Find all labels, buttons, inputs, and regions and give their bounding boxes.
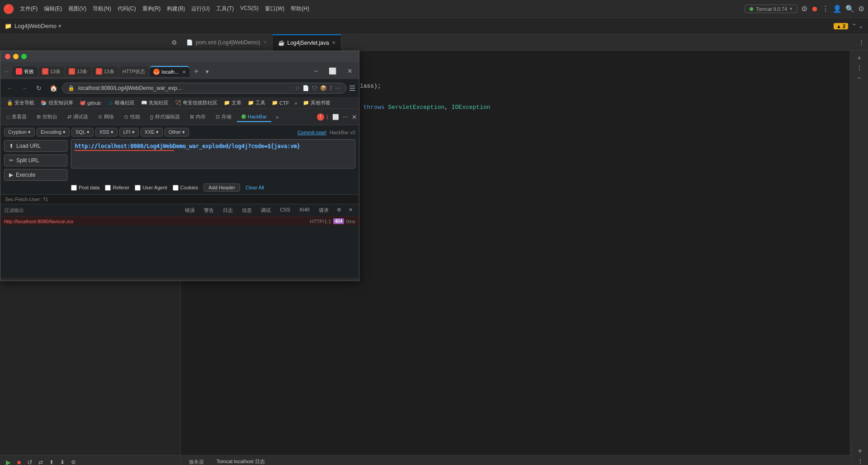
devtools-tab-debugger[interactable]: ⇄调试器 xyxy=(63,112,93,122)
sidebar-toggle-icon[interactable]: ☰ xyxy=(349,84,355,93)
browser-new-tab-btn[interactable]: + xyxy=(190,66,202,77)
devtools-more-btn[interactable]: » xyxy=(272,113,282,122)
browser-back-btn[interactable]: ← xyxy=(2,67,11,76)
nav-home-btn[interactable]: 🏠 xyxy=(47,82,59,94)
log-tab-tomcat[interactable]: Tomcat localhost 日志 xyxy=(212,457,269,465)
post-data-checkbox[interactable] xyxy=(71,185,77,191)
bookmark-articles[interactable]: 📁文章 xyxy=(221,99,244,107)
cookies-checkbox-label[interactable]: Cookies xyxy=(173,185,198,191)
console-tab-debug[interactable]: 调试 xyxy=(257,206,274,215)
browser-tab-13-1[interactable]: C 13条 xyxy=(38,66,64,77)
browser-tab-13-2[interactable]: C 13条 xyxy=(65,66,91,77)
bookmark-other[interactable]: 📁其他书签 xyxy=(300,99,333,107)
devtools-tab-console[interactable]: ⊞控制台 xyxy=(32,112,62,122)
bookmark-ctf[interactable]: 📁CTF xyxy=(269,99,292,106)
tab-pom-xml[interactable]: 📄 pom.xml (Log4jWebDemo) ✕ xyxy=(181,34,273,51)
encoding-dropdown[interactable]: Encoding ▾ xyxy=(37,128,70,136)
load-url-btn[interactable]: ⬆ Load URL xyxy=(4,140,67,152)
user-agent-checkbox[interactable] xyxy=(135,185,141,191)
bookmark-knowledge[interactable]: 📚信安知识库 xyxy=(38,99,76,107)
ide-more-icon[interactable]: ⋮ xyxy=(822,5,829,13)
console-tab-xhr[interactable]: XHR xyxy=(296,206,313,215)
devtools-tab-memory[interactable]: ⊞内存 xyxy=(185,112,210,122)
console-tab-errors[interactable]: 错误 xyxy=(181,206,198,215)
devtools-tab-inspector[interactable]: □查看器 xyxy=(2,112,31,122)
deploy-btn[interactable]: ⬆ xyxy=(47,458,56,465)
menu-refactor[interactable]: 重构(R) xyxy=(140,4,164,14)
ide-gear-icon[interactable]: ⚙ xyxy=(858,5,864,13)
browser-tab-youxiao[interactable]: 有效 xyxy=(12,66,38,77)
devtools-tab-storage[interactable]: ⊡存储 xyxy=(211,112,236,122)
log-more-btn[interactable]: ⋮ xyxy=(857,458,863,465)
browser-tab-more-btn[interactable]: ▾ xyxy=(203,66,212,77)
sync-btn[interactable]: ⇄ xyxy=(36,458,45,465)
settings-sidebar-icon[interactable]: ⚙ xyxy=(171,39,177,46)
ide-user-icon[interactable]: 👤 xyxy=(833,5,842,13)
post-data-checkbox-label[interactable]: Post data xyxy=(71,185,99,191)
menu-navigate[interactable]: 导航(N) xyxy=(90,4,114,14)
devtools-tab-hackbar[interactable]: HackBar xyxy=(237,112,271,122)
cookies-checkbox[interactable] xyxy=(173,185,179,191)
menu-window[interactable]: 窗口(W) xyxy=(262,4,287,14)
browser-minimize-btn[interactable]: − xyxy=(309,66,322,76)
console-tab-logs[interactable]: 日志 xyxy=(219,206,236,215)
bookmark-github[interactable]: 🐙github xyxy=(77,99,104,106)
bookmark-tools[interactable]: 📁工具 xyxy=(245,99,268,107)
menu-run[interactable]: 运行(U) xyxy=(189,4,212,14)
project-name[interactable]: Log4jWebDemo xyxy=(14,23,57,29)
collapse-icon[interactable]: ⌄ xyxy=(859,23,863,29)
referer-checkbox[interactable] xyxy=(105,185,111,191)
console-tab-warnings[interactable]: 警告 xyxy=(200,206,217,215)
bookmark-qianxin[interactable]: 🏹奇安信攻防社区 xyxy=(172,99,220,107)
bookmark-more-btn[interactable]: » xyxy=(292,100,299,106)
undeploy-btn[interactable]: ⬇ xyxy=(58,458,67,465)
ide-record-icon[interactable]: ⏺ xyxy=(811,5,818,13)
tab-more-icon[interactable]: ⋮ xyxy=(855,39,868,46)
browser-tab-localhost[interactable]: 🦊 localh... ✕ xyxy=(150,66,189,77)
restart-btn[interactable]: ↺ xyxy=(25,458,34,465)
devtools-ellipsis-btn[interactable]: ⋯ xyxy=(343,114,348,120)
xss-dropdown[interactable]: XSS ▾ xyxy=(95,128,118,136)
log-add-btn[interactable]: + xyxy=(858,447,862,455)
container-icon[interactable]: 📦 xyxy=(320,85,327,91)
execute-btn[interactable]: ▶ Execute xyxy=(4,169,67,181)
devtools-tab-network[interactable]: ⊙网络 xyxy=(94,112,118,122)
menu-tools[interactable]: 工具(T) xyxy=(213,4,236,14)
cryption-dropdown[interactable]: Cryption ▾ xyxy=(4,128,35,136)
config-btn[interactable]: ⚙ xyxy=(69,458,78,465)
right-panel-icon-3[interactable]: − xyxy=(857,74,861,81)
tomcat-badge[interactable]: Tomcat 9.0.74 ▾ xyxy=(745,5,797,13)
pom-close-icon[interactable]: ✕ xyxy=(263,40,267,45)
right-panel-icon-1[interactable]: + xyxy=(857,54,861,61)
star-icon[interactable]: ☆ xyxy=(295,85,300,91)
menu-help[interactable]: 帮助(H) xyxy=(288,4,312,14)
menu-build[interactable]: 构建(B) xyxy=(164,4,188,14)
shield-icon[interactable]: 🛡 xyxy=(312,85,317,91)
console-tab-requests[interactable]: 请求 xyxy=(315,206,332,215)
add-header-btn[interactable]: Add Header xyxy=(203,183,240,192)
browser-maximize-dot[interactable] xyxy=(21,54,27,59)
browser-restore-btn[interactable]: ⬜ xyxy=(324,66,341,76)
bookmark-security-nav[interactable]: 🔒安全导航 xyxy=(4,99,37,107)
devtools-close-btn[interactable]: ✕ xyxy=(352,113,357,121)
error-url[interactable]: http://localhost:8080/favicon.ico xyxy=(4,219,73,224)
log-tab-services[interactable]: 服务器 xyxy=(184,458,208,465)
console-close-icon[interactable]: ✕ xyxy=(346,206,355,215)
stop-btn[interactable]: ■ xyxy=(14,458,24,465)
warning-indicator[interactable]: ▲ 2 xyxy=(834,23,848,29)
menu-code[interactable]: 代码(C) xyxy=(115,4,139,14)
right-panel-icon-2[interactable]: ⋮ xyxy=(856,64,863,71)
bookmark-xianzhi[interactable]: 📖先知社区 xyxy=(138,99,171,107)
bookmark-anmag[interactable]: 🌑暗魂社区 xyxy=(104,99,137,107)
tab-localhost-close-icon[interactable]: ✕ xyxy=(182,70,186,75)
console-tab-info[interactable]: 信息 xyxy=(238,206,255,215)
browser-tab-13-3[interactable]: C 13条 xyxy=(92,66,118,77)
console-settings-icon[interactable]: ⚙ xyxy=(334,206,344,215)
ide-settings-icon[interactable]: ⚙ xyxy=(801,5,807,13)
nav-more-icon[interactable]: ⋯ xyxy=(335,85,340,91)
sql-dropdown[interactable]: SQL ▾ xyxy=(71,128,94,136)
referer-checkbox-label[interactable]: Referer xyxy=(105,185,129,191)
menu-view[interactable]: 视图(V) xyxy=(66,4,89,14)
nav-forward-btn[interactable]: → xyxy=(19,82,30,94)
xxe-dropdown[interactable]: XXE ▾ xyxy=(141,128,163,136)
